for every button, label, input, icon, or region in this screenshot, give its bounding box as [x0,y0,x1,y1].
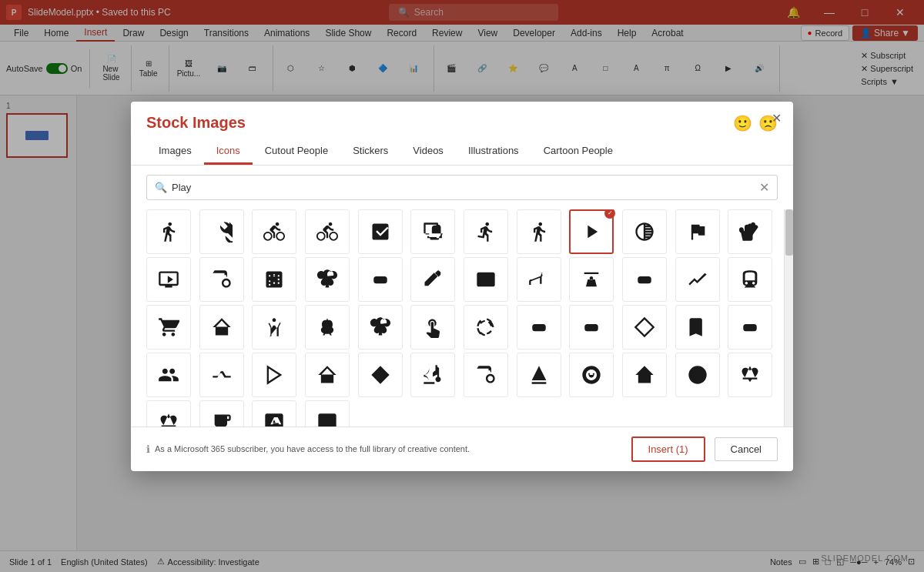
icon-cell-14[interactable] [252,257,296,302]
icon-cell-35[interactable] [728,305,772,350]
insert-button[interactable]: Insert (1) [631,437,705,462]
icon-cell-32[interactable] [569,305,614,350]
icon-cell-21[interactable] [622,257,667,302]
cancel-button[interactable]: Cancel [715,437,778,461]
icon-cell-40[interactable] [358,353,403,397]
svg-marker-0 [268,366,280,383]
icon-cell-25[interactable] [199,305,244,350]
icon-cell-16[interactable] [358,257,403,302]
icon-cell-19[interactable] [517,257,561,302]
info-icon: ℹ [146,443,150,455]
emoji-happy-icon[interactable]: 🙂 [733,114,752,132]
icon-search-input[interactable] [172,182,755,193]
icon-cell-7[interactable] [517,209,561,254]
search-clear-button[interactable]: ✕ [759,180,769,195]
icon-cell-10[interactable] [675,209,720,254]
icon-cell-3[interactable] [305,209,350,254]
scrollbar[interactable] [784,209,793,426]
icon-cell-8[interactable]: ✓ [569,209,614,254]
icon-cell-43[interactable] [517,353,561,397]
icon-cell-39[interactable] [305,353,350,397]
stock-images-dialog: ✕ Stock Images 🙂 🙁 Images Icons Cutout P… [131,102,793,471]
icon-cell-37[interactable] [199,353,244,397]
icon-cell-18[interactable] [464,257,508,302]
search-box: 🔍 ✕ [146,175,778,200]
icon-cell-46[interactable] [675,353,720,397]
dialog-footer: ℹ As a Microsoft 365 subscriber, you hav… [131,426,793,471]
icon-grid-container: ✓ [131,209,793,426]
icon-cell-20[interactable] [569,257,614,302]
dialog-search-area: 🔍 ✕ [131,166,793,209]
icon-cell-33[interactable] [622,305,667,350]
tab-icons[interactable]: Icons [204,139,253,165]
tab-illustrations[interactable]: Illustrations [456,139,531,165]
icon-cell-5[interactable] [410,209,455,254]
icon-cell-24[interactable] [146,305,191,350]
tab-images[interactable]: Images [146,139,204,165]
search-magnifier-icon: 🔍 [155,182,167,193]
icon-cell-1[interactable] [199,209,244,254]
icon-cell-9[interactable] [622,209,667,254]
scrollbar-thumb[interactable] [785,209,793,256]
dialog-tabs: Images Icons Cutout People Stickers Vide… [131,139,793,166]
icon-cell-51[interactable] [305,400,350,426]
icon-cell-6[interactable] [464,209,508,254]
app-window: P SlideModel.pptx • Saved to this PC 🔍 🔔… [0,0,924,572]
svg-point-2 [688,366,706,383]
icon-cell-38[interactable] [252,353,296,397]
icon-cell-30[interactable] [464,305,508,350]
icon-cell-0[interactable] [146,209,191,254]
dialog-close-button[interactable]: ✕ [765,108,787,129]
dialog-header: Stock Images 🙂 🙁 [131,102,793,139]
icon-cell-29[interactable] [410,305,455,350]
icon-cell-36[interactable] [146,353,191,397]
footer-text: As a Microsoft 365 subscriber, you have … [155,444,470,453]
tab-cutout-people[interactable]: Cutout People [253,139,340,165]
tab-videos[interactable]: Videos [400,139,456,165]
icon-cell-48[interactable] [146,400,191,426]
dialog-title: Stock Images [146,114,246,132]
icon-cell-27[interactable] [305,305,350,350]
icon-cell-45[interactable] [622,353,667,397]
icon-cell-49[interactable] [199,400,244,426]
icon-cell-47[interactable] [728,353,772,397]
icon-cell-13[interactable] [199,257,244,302]
footer-info: ℹ As a Microsoft 365 subscriber, you hav… [146,443,622,455]
icon-cell-34[interactable] [675,305,720,350]
icon-cell-4[interactable] [358,209,403,254]
icon-cell-31[interactable] [517,305,561,350]
icon-grid: ✓ [146,209,778,426]
icon-cell-12[interactable] [146,257,191,302]
icon-cell-15[interactable] [305,257,350,302]
icon-cell-17[interactable] [410,257,455,302]
icon-cell-26[interactable] [252,305,296,350]
icon-cell-23[interactable] [728,257,772,302]
icon-cell-22[interactable] [675,257,720,302]
tab-stickers[interactable]: Stickers [340,139,400,165]
icon-cell-44[interactable] [569,353,614,397]
icon-cell-28[interactable] [358,305,403,350]
icon-cell-41[interactable] [410,353,455,397]
icon-cell-42[interactable] [464,353,508,397]
icon-cell-2[interactable] [252,209,296,254]
icon-cell-50[interactable] [252,400,296,426]
tab-cartoon-people[interactable]: Cartoon People [531,139,625,165]
modal-overlay: ✕ Stock Images 🙂 🙁 Images Icons Cutout P… [0,0,924,572]
icon-cell-11[interactable] [728,209,772,254]
